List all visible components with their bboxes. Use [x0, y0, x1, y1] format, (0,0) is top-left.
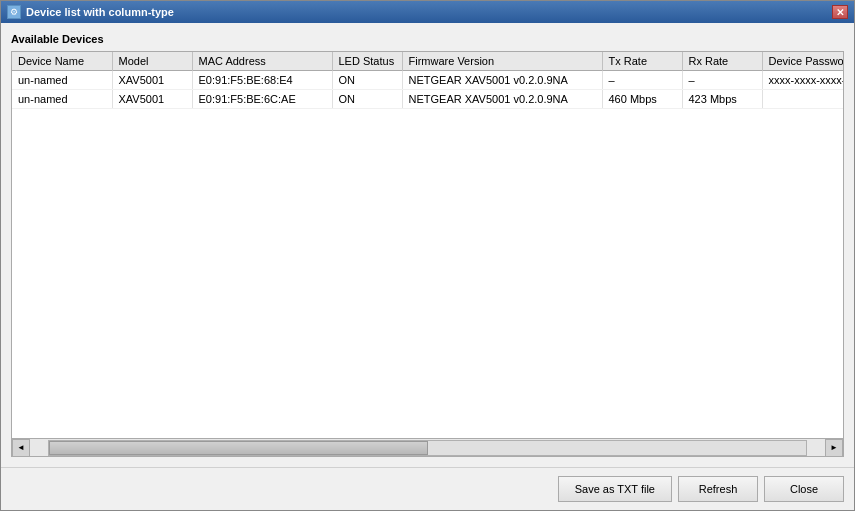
- cell-tx_rate: –: [602, 71, 682, 90]
- table-scroll-area[interactable]: Device Name Model MAC Address LED Status…: [12, 52, 843, 438]
- device-table: Device Name Model MAC Address LED Status…: [12, 52, 843, 109]
- title-close-button[interactable]: ✕: [832, 5, 848, 19]
- cell-mac_address: E0:91:F5:BE:6C:AE: [192, 90, 332, 109]
- col-header-firmware: Firmware Version: [402, 52, 602, 71]
- cell-led_status: ON: [332, 90, 402, 109]
- cell-device_name: un-named: [12, 71, 112, 90]
- bottom-button-bar: Save as TXT file Refresh Close: [1, 467, 854, 510]
- col-header-mac: MAC Address: [192, 52, 332, 71]
- horizontal-scrollbar[interactable]: ◄ ►: [12, 438, 843, 456]
- title-bar: ⚙ Device list with column-type ✕: [1, 1, 854, 23]
- col-header-model: Model: [112, 52, 192, 71]
- table-row[interactable]: un-namedXAV5001E0:91:F5:BE:68:E4ONNETGEA…: [12, 71, 843, 90]
- col-header-rx: Rx Rate: [682, 52, 762, 71]
- col-header-tx: Tx Rate: [602, 52, 682, 71]
- cell-device_name: un-named: [12, 90, 112, 109]
- title-bar-left: ⚙ Device list with column-type: [7, 5, 174, 19]
- scrollbar-track[interactable]: [48, 440, 807, 456]
- section-title: Available Devices: [11, 33, 844, 45]
- scrollbar-thumb[interactable]: [49, 441, 428, 455]
- cell-mac_address: E0:91:F5:BE:68:E4: [192, 71, 332, 90]
- col-header-device-name: Device Name: [12, 52, 112, 71]
- cell-tx_rate: 460 Mbps: [602, 90, 682, 109]
- table-header-row: Device Name Model MAC Address LED Status…: [12, 52, 843, 71]
- window-icon: ⚙: [7, 5, 21, 19]
- scroll-left-button[interactable]: ◄: [12, 439, 30, 457]
- scroll-right-button[interactable]: ►: [825, 439, 843, 457]
- refresh-button[interactable]: Refresh: [678, 476, 758, 502]
- cell-firmware_version: NETGEAR XAV5001 v0.2.0.9NA: [402, 71, 602, 90]
- table-row[interactable]: un-namedXAV5001E0:91:F5:BE:6C:AEONNETGEA…: [12, 90, 843, 109]
- save-txt-button[interactable]: Save as TXT file: [558, 476, 672, 502]
- cell-model: XAV5001: [112, 90, 192, 109]
- window-title: Device list with column-type: [26, 6, 174, 18]
- cell-led_status: ON: [332, 71, 402, 90]
- col-header-password: Device Password: [762, 52, 843, 71]
- cell-firmware_version: NETGEAR XAV5001 v0.2.0.9NA: [402, 90, 602, 109]
- main-window: ⚙ Device list with column-type ✕ Availab…: [0, 0, 855, 511]
- device-table-container: Device Name Model MAC Address LED Status…: [11, 51, 844, 457]
- cell-device_password: xxxx-xxxx-xxxx-xxxx: [762, 71, 843, 90]
- cell-rx_rate: 423 Mbps: [682, 90, 762, 109]
- cell-rx_rate: –: [682, 71, 762, 90]
- cell-model: XAV5001: [112, 71, 192, 90]
- cell-device_password: [762, 90, 843, 109]
- close-button[interactable]: Close: [764, 476, 844, 502]
- col-header-led: LED Status: [332, 52, 402, 71]
- table-body: un-namedXAV5001E0:91:F5:BE:68:E4ONNETGEA…: [12, 71, 843, 109]
- window-content: Available Devices Device Name Model MAC …: [1, 23, 854, 467]
